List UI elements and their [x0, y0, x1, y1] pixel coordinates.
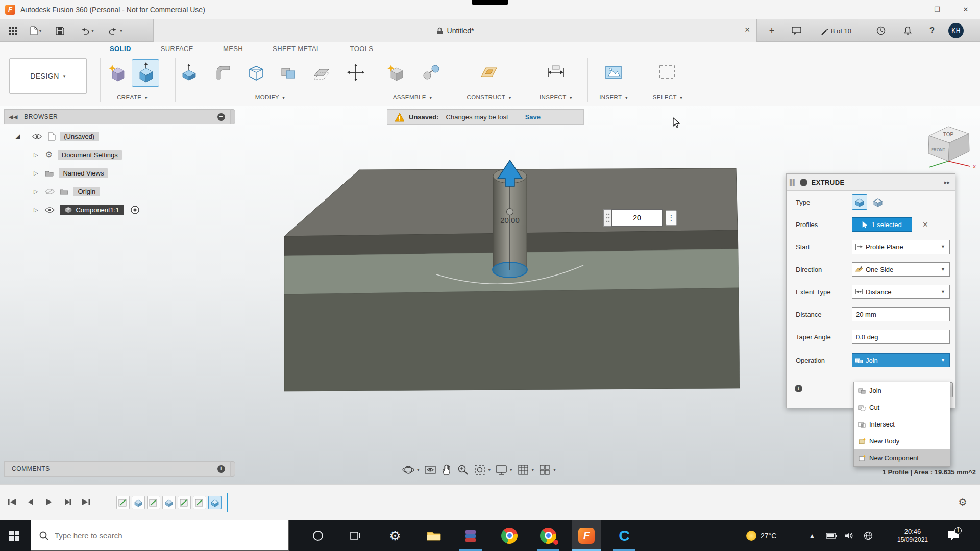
viewcube-top-label[interactable]: TOP: [943, 132, 954, 137]
timeline-feature-extrude1[interactable]: [132, 496, 145, 509]
expand-arrow-icon[interactable]: ▷: [34, 152, 38, 158]
expand-arrow-icon[interactable]: ▷: [34, 188, 38, 195]
network-tray-icon[interactable]: [864, 520, 873, 551]
panel-collapse-icon[interactable]: –: [217, 113, 225, 121]
start-select[interactable]: Profile Plane ▼: [852, 240, 950, 254]
operation-option-new-body[interactable]: New Body: [854, 433, 950, 449]
undo-button[interactable]: ▾: [77, 23, 97, 38]
offset-face-button[interactable]: [311, 62, 332, 83]
timeline-options-button[interactable]: ⚙: [955, 495, 970, 509]
comments-panel-header[interactable]: COMMENTS +: [4, 461, 231, 477]
timeline-feature-sketch2[interactable]: [147, 496, 160, 509]
settings-app-button[interactable]: ⚙: [381, 520, 409, 551]
dimension-options-icon[interactable]: ⋮: [666, 210, 677, 226]
shell-button[interactable]: [246, 62, 266, 83]
pan-button[interactable]: [441, 464, 452, 476]
volume-tray-icon[interactable]: [845, 520, 854, 551]
press-pull-button[interactable]: [179, 62, 199, 83]
group-assemble[interactable]: ASSEMBLE ▾: [377, 94, 448, 101]
move-copy-button[interactable]: [346, 62, 366, 83]
new-tab-button[interactable]: +: [765, 23, 779, 38]
file-menu-button[interactable]: ▾: [27, 23, 45, 38]
manipulator-midpoint-handle[interactable]: [507, 209, 513, 215]
redo-button[interactable]: ▾: [105, 23, 126, 38]
browser-item-label[interactable]: (Unsaved): [60, 132, 99, 141]
joint-button[interactable]: [421, 62, 442, 83]
restore-button[interactable]: ❐: [923, 0, 951, 19]
group-modify[interactable]: MODIFY ▾: [234, 94, 306, 101]
distance-input[interactable]: [852, 307, 950, 321]
timeline-go-to-start-button[interactable]: [5, 495, 19, 509]
save-button[interactable]: [53, 23, 66, 38]
timeline-step-back-button[interactable]: [23, 495, 38, 509]
eye-off-icon[interactable]: [45, 188, 55, 195]
expand-arrow-icon[interactable]: ▷: [34, 207, 38, 213]
distance-value-input[interactable]: [611, 209, 663, 227]
timeline-feature-sketch1[interactable]: [116, 496, 130, 509]
show-desktop-button[interactable]: [977, 520, 980, 551]
browser-panel-handle[interactable]: [231, 109, 235, 124]
chrome-button[interactable]: [495, 520, 524, 551]
taskbar-search[interactable]: [31, 520, 289, 551]
type-thin-extrude-button[interactable]: [870, 194, 886, 210]
notifications-button[interactable]: [900, 23, 915, 38]
group-create[interactable]: CREATE ▾: [96, 94, 168, 101]
measure-button[interactable]: [546, 62, 566, 83]
browser-item-label[interactable]: Document Settings: [58, 150, 122, 160]
new-component-button[interactable]: [385, 62, 406, 83]
fusion-360-taskbar-button[interactable]: F: [572, 520, 601, 551]
timeline-step-forward-button[interactable]: [60, 495, 75, 509]
browser-item-root[interactable]: ◢ (Unsaved): [4, 129, 99, 144]
file-explorer-button[interactable]: [420, 520, 448, 551]
collapse-chevrons-icon[interactable]: ◀◀: [9, 114, 18, 120]
tray-overflow-button[interactable]: ▲: [809, 520, 815, 551]
expand-arrow-icon[interactable]: ▷: [34, 170, 38, 177]
expand-panel-icon[interactable]: ▸▸: [944, 179, 950, 186]
user-account-button[interactable]: KH: [947, 23, 965, 38]
group-construct[interactable]: CONSTRUCT ▾: [453, 94, 525, 101]
eye-icon[interactable]: [32, 133, 42, 140]
timeline-feature-extrude2[interactable]: [162, 496, 176, 509]
group-select[interactable]: SELECT ▾: [632, 94, 703, 101]
battery-tray-icon[interactable]: [826, 520, 837, 551]
extrude-tool-button[interactable]: [132, 59, 159, 87]
winrar-button[interactable]: [456, 520, 485, 551]
browser-item-named-views[interactable]: ▷ Named Views: [4, 165, 108, 181]
minimize-button[interactable]: –: [894, 0, 923, 19]
comments-toggle-button[interactable]: [789, 23, 803, 38]
dialog-collapse-icon[interactable]: –: [800, 179, 807, 186]
timeline-feature-sketch4[interactable]: [193, 496, 206, 509]
tab-mesh[interactable]: MESH: [223, 45, 243, 53]
expand-arrow-icon[interactable]: ◢: [15, 133, 20, 140]
display-settings-button[interactable]: ▾: [495, 464, 512, 475]
direction-select[interactable]: One Side ▼: [852, 262, 950, 277]
tab-surface[interactable]: SURFACE: [161, 45, 193, 53]
timeline-feature-extrude-active[interactable]: [208, 496, 222, 509]
grid-snap-button[interactable]: ▾: [517, 464, 534, 476]
activate-component-radio[interactable]: [130, 205, 140, 215]
extrude-dialog-header[interactable]: ▌▌ – EXTRUDE ▸▸: [787, 174, 955, 191]
zoom-button[interactable]: [457, 464, 469, 476]
browser-panel-header[interactable]: ◀◀ BROWSER –: [4, 109, 231, 124]
model-front-face[interactable]: [284, 288, 740, 391]
create-sketch-button[interactable]: [105, 61, 129, 85]
app-menu-icon[interactable]: [6, 23, 19, 38]
fillet-button[interactable]: [213, 62, 233, 83]
browser-item-label[interactable]: Origin: [74, 187, 100, 196]
selected-component-chip[interactable]: Component1:1: [60, 205, 124, 215]
fit-button[interactable]: ▾: [474, 464, 491, 476]
operation-option-new-component[interactable]: New Component: [854, 449, 950, 466]
timeline-feature-sketch3[interactable]: [178, 496, 191, 509]
browser-item-origin[interactable]: ▷ Origin: [4, 184, 100, 199]
operation-option-intersect[interactable]: Intersect: [854, 416, 950, 433]
profiles-selected-button[interactable]: 1 selected: [852, 217, 912, 232]
operation-option-cut[interactable]: Cut: [854, 399, 950, 416]
workspace-selector[interactable]: DESIGN▾: [9, 58, 87, 94]
task-view-button[interactable]: [340, 520, 369, 551]
orbit-button[interactable]: ▾: [402, 464, 420, 476]
tab-sheet-metal[interactable]: SHEET METAL: [273, 45, 321, 53]
browser-item-label[interactable]: Named Views: [59, 168, 108, 178]
weather-widget[interactable]: 27°C: [746, 520, 776, 551]
browser-item-document-settings[interactable]: ▷ ⚙ Document Settings: [4, 147, 122, 162]
tab-tools[interactable]: TOOLS: [350, 45, 374, 53]
